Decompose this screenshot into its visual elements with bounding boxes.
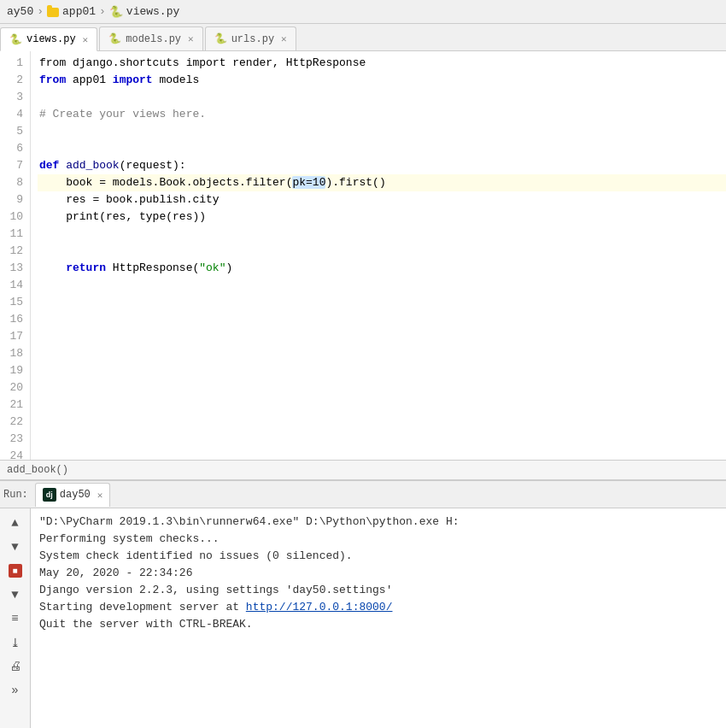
code-line[interactable] [38,140,726,157]
run-tab-label: day50 [60,489,91,501]
code-line[interactable]: def add_book(request): [38,157,726,174]
line-number: 5 [7,123,23,140]
scroll-down-2-button[interactable]: ▼ [4,584,26,606]
line-number: 4 [7,106,23,123]
line-number: 13 [7,260,23,277]
code-line[interactable] [38,362,726,379]
breadcrumb: ay50 › app01 › 🐍 views.py [0,0,726,24]
urls-py-icon: 🐍 [214,32,227,45]
breadcrumb-part-1[interactable]: ay50 [7,5,33,18]
line-number: 16 [7,311,23,328]
line-number: 10 [7,208,23,226]
tab-models[interactable]: 🐍 models.py ✕ [99,26,202,50]
models-py-icon: 🐍 [108,32,121,45]
line-number: 24 [7,448,23,460]
code-line[interactable] [38,277,726,294]
scroll-up-button[interactable]: ▲ [4,512,26,534]
output-line: May 20, 2020 - 22:34:26 [39,565,717,582]
code-line[interactable] [38,294,726,311]
code-line[interactable] [38,89,726,106]
line-number: 11 [7,226,23,243]
print-button[interactable]: 🖨 [4,655,26,678]
tab-bar: 🐍 views.py ✕ 🐍 models.py ✕ 🐍 urls.py ✕ [0,24,726,51]
code-line[interactable]: book = models.Book.objects.filter(pk=10)… [38,174,726,191]
editor-area: 123456789101112131415161718192021222324 … [0,51,726,460]
run-tab[interactable]: dj day50 ✕ [35,483,111,507]
server-link[interactable]: http://127.0.0.1:8000/ [246,601,393,614]
run-tab-close[interactable]: ✕ [97,490,103,501]
code-line[interactable] [38,379,726,396]
line-number: 21 [7,396,23,414]
code-line[interactable] [38,243,726,260]
tab-urls-label: urls.py [231,33,274,45]
code-line[interactable] [38,311,726,328]
tab-models-label: models.py [126,33,181,45]
code-content[interactable]: from django.shortcuts import render, Htt… [31,51,726,460]
line-number: 18 [7,345,23,362]
line-number: 23 [7,431,23,448]
pin-button[interactable]: ⤓ [4,631,26,654]
run-label: Run: [3,489,28,501]
breadcrumb-part-3[interactable]: views.py [126,5,179,18]
line-number: 9 [7,191,23,208]
tab-models-close[interactable]: ✕ [188,33,194,44]
code-line[interactable] [38,431,726,448]
code-line[interactable] [38,123,726,140]
code-line[interactable] [38,345,726,362]
code-line[interactable]: res = book.publish.city [38,191,726,208]
code-line[interactable] [38,396,726,414]
code-line[interactable] [38,414,726,431]
code-line[interactable] [38,448,726,460]
output-line: Django version 2.2.3, using settings 'da… [39,582,717,599]
tab-urls[interactable]: 🐍 urls.py ✕ [205,26,296,50]
output-line: System check identified no issues (0 sil… [39,548,717,565]
line-number: 2 [7,72,23,89]
code-line[interactable]: from django.shortcuts import render, Htt… [38,55,726,72]
run-header: Run: dj day50 ✕ [0,481,726,508]
output-line: Quit the server with CTRL-BREAK. [39,616,717,633]
code-line[interactable] [38,226,726,243]
code-line[interactable]: # Create your views here. [38,106,726,123]
tab-views[interactable]: 🐍 views.py ✕ [0,27,97,51]
line-number: 7 [7,157,23,174]
line-number: 20 [7,379,23,396]
stop-button[interactable]: ■ [9,564,22,578]
line-number: 3 [7,89,23,106]
line-number: 22 [7,414,23,431]
tab-views-label: views.py [26,33,76,45]
django-icon: dj [43,488,56,502]
line-number: 14 [7,277,23,294]
folder-icon [47,8,59,17]
status-function: add_book() [7,464,68,476]
tab-views-close[interactable]: ✕ [83,34,89,45]
code-line[interactable] [38,328,726,345]
code-line[interactable]: from app01 import models [38,72,726,89]
wrap-button[interactable]: ≡ [4,608,26,630]
line-number: 19 [7,362,23,379]
more-button[interactable]: » [4,679,26,702]
run-main: ▲ ▼ ■ ▼ ≡ ⤓ 🖨 » "D:\PyCharm 2019.1.3\bin… [0,508,726,728]
run-panel: Run: dj day50 ✕ ▲ ▼ ■ ▼ ≡ ⤓ 🖨 » "D:\PyCh… [0,480,726,728]
run-toolbar: ▲ ▼ ■ ▼ ≡ ⤓ 🖨 » [0,508,31,728]
line-number: 12 [7,243,23,260]
line-numbers: 123456789101112131415161718192021222324 [0,51,31,460]
run-output[interactable]: "D:\PyCharm 2019.1.3\bin\runnerw64.exe" … [31,508,726,728]
tab-urls-close[interactable]: ✕ [281,33,287,44]
py-icon: 🐍 [109,5,123,19]
line-number: 17 [7,328,23,345]
status-bar: add_book() [0,460,726,480]
line-number: 8 [7,174,23,191]
breadcrumb-part-2[interactable]: app01 [62,5,96,18]
output-line: Performing system checks... [39,531,717,548]
views-py-icon: 🐍 [9,33,22,46]
line-number: 1 [7,55,23,72]
code-line[interactable]: print(res, type(res)) [38,208,726,226]
line-number: 6 [7,140,23,157]
scroll-down-button[interactable]: ▼ [4,536,26,558]
output-line: Starting development server at http://12… [39,599,717,616]
output-line: "D:\PyCharm 2019.1.3\bin\runnerw64.exe" … [39,514,717,531]
code-line[interactable]: return HttpResponse("ok") [38,260,726,277]
line-number: 15 [7,294,23,311]
